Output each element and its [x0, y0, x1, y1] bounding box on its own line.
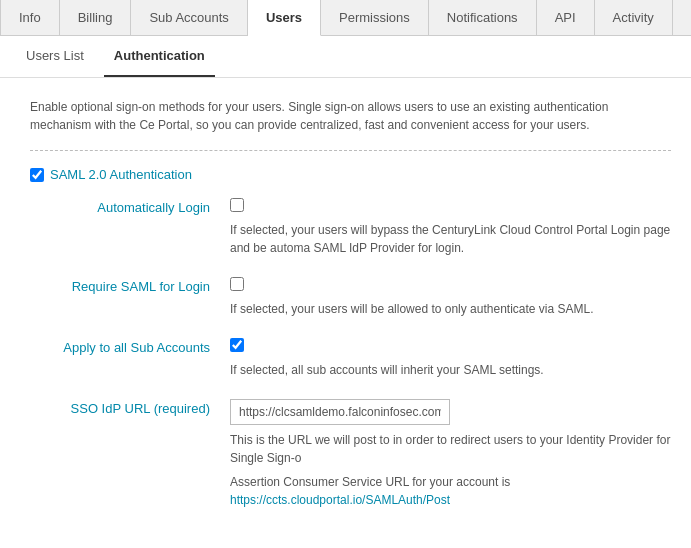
saml-header-label: SAML 2.0 Authentication [50, 167, 192, 182]
apply-sub-accounts-row: Apply to all Sub Accounts If selected, a… [30, 338, 671, 379]
require-saml-checkbox[interactable] [230, 277, 244, 291]
tab-users[interactable]: Users [248, 0, 321, 36]
saml-header: SAML 2.0 Authentication [30, 167, 671, 182]
section-divider [30, 150, 671, 151]
require-saml-row: Require SAML for Login If selected, your… [30, 277, 671, 318]
main-content: Enable optional sign-on methods for your… [0, 78, 691, 548]
require-saml-hint: If selected, your users will be allowed … [230, 300, 671, 318]
tab-permissions[interactable]: Permissions [321, 0, 429, 35]
auto-login-label: Automatically Login [30, 198, 230, 215]
apply-sub-accounts-hint: If selected, all sub accounts will inher… [230, 361, 671, 379]
require-saml-label: Require SAML for Login [30, 277, 230, 294]
subtab-users-list[interactable]: Users List [16, 36, 94, 77]
apply-sub-accounts-label: Apply to all Sub Accounts [30, 338, 230, 355]
auto-login-hint: If selected, your users will bypass the … [230, 221, 671, 257]
description-text: Enable optional sign-on methods for your… [30, 98, 671, 134]
auto-login-row: Automatically Login If selected, your us… [30, 198, 671, 257]
sso-url-content: This is the URL we will post to in order… [230, 399, 671, 509]
sso-acs-hint: Assertion Consumer Service URL for your … [230, 473, 671, 509]
tab-info[interactable]: Info [0, 0, 60, 35]
top-tab-bar: Info Billing Sub Accounts Users Permissi… [0, 0, 691, 36]
tab-notifications[interactable]: Notifications [429, 0, 537, 35]
sub-tab-bar: Users List Authentication [0, 36, 691, 78]
apply-sub-accounts-checkbox[interactable] [230, 338, 244, 352]
tab-settings[interactable]: Settings [673, 0, 691, 35]
sso-url-hint: This is the URL we will post to in order… [230, 431, 671, 467]
tab-activity[interactable]: Activity [595, 0, 673, 35]
require-saml-content: If selected, your users will be allowed … [230, 277, 671, 318]
tab-billing[interactable]: Billing [60, 0, 132, 35]
sso-url-row: SSO IdP URL (required) This is the URL w… [30, 399, 671, 509]
tab-sub-accounts[interactable]: Sub Accounts [131, 0, 248, 35]
saml-enabled-checkbox[interactable] [30, 168, 44, 182]
subtab-authentication[interactable]: Authentication [104, 36, 215, 77]
tab-api[interactable]: API [537, 0, 595, 35]
auto-login-checkbox[interactable] [230, 198, 244, 212]
sso-url-label: SSO IdP URL (required) [30, 399, 230, 416]
auto-login-content: If selected, your users will bypass the … [230, 198, 671, 257]
sso-url-input[interactable] [230, 399, 450, 425]
apply-sub-accounts-content: If selected, all sub accounts will inher… [230, 338, 671, 379]
sso-acs-link[interactable]: https://ccts.cloudportal.io/SAMLAuth/Pos… [230, 493, 450, 507]
